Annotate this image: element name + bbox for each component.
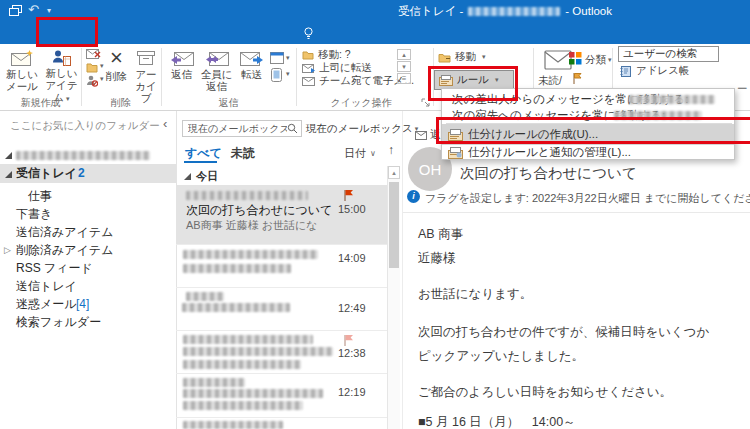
mail-search-input[interactable]: 現在のメールボックスの検索	[182, 120, 302, 137]
chevron-down-icon: ▾	[482, 53, 486, 61]
message-body-line: 近藤様	[418, 250, 456, 267]
ribbon-tab-bar: ファイル ホーム 送受信 フォルダー 表示 ヘルプ 何をしますか	[0, 22, 750, 44]
quick-steps-overflow[interactable]: ≡	[397, 73, 411, 84]
search-people-input[interactable]: ユーザーの検索	[618, 46, 719, 62]
quick-access-caret-icon[interactable]: ▾	[47, 6, 51, 15]
mail-time: 15:00	[338, 203, 366, 215]
redacted-sender	[183, 250, 318, 259]
readingpane-splitter[interactable]	[402, 111, 403, 429]
redacted-preview	[183, 360, 301, 369]
scrollbar-up-button[interactable]: ▴	[388, 166, 400, 179]
rules-dropdown-menu: 次の差出人からのメッセージを常に移動する: 次の宛先へのメッセージを常に移動する…	[441, 88, 735, 160]
im-caret-icon[interactable]: ▾	[286, 70, 290, 78]
meeting-caret-icon[interactable]: ▾	[286, 54, 290, 62]
sidebar-item-junk[interactable]: 迷惑メール [4]	[0, 295, 176, 313]
window-title: 受信トレイ - - Outlook	[398, 0, 612, 22]
mail-item-selected[interactable]: 次回の打ち合わせについて 15:00 AB商事 近藤様 お世話にな	[176, 185, 387, 244]
delete-x-icon: ×	[110, 48, 123, 68]
mail-item[interactable]: 14:09	[176, 245, 387, 287]
mailbox-scope-dropdown[interactable]: 現在のメールボックス ▾	[306, 120, 405, 137]
categorize-icon	[569, 52, 582, 65]
message-body-line: ご都合のよろしい日時をお知らせください。	[418, 384, 672, 401]
quick-steps-scroll-up[interactable]: ▴	[397, 49, 411, 60]
rules-icon	[439, 75, 453, 86]
chevron-down-icon: ∨	[370, 149, 376, 158]
redacted-sender	[186, 292, 224, 301]
mail-time: 12:19	[338, 386, 366, 398]
message-body-line: ■5 月 16 日（月） 14:00～	[418, 414, 576, 429]
expand-closed-icon[interactable]: ▷	[4, 241, 11, 259]
menu-item-manage-rules[interactable]: 仕分けルールと通知の管理(L)...	[442, 145, 734, 161]
junk-icon[interactable]	[86, 75, 98, 87]
message-body-line: お世話になります。	[418, 286, 532, 303]
quick-steps-dialog-launcher-icon[interactable]	[421, 98, 430, 107]
quick-step-forward-boss[interactable]: 上司に転送	[302, 62, 372, 74]
expand-open-icon[interactable]	[5, 152, 12, 159]
message-body-line: 次回の打ち合わせの件ですが、候補日時をいくつか	[418, 324, 709, 341]
chevron-down-icon: ▾	[495, 76, 499, 84]
menu-item-always-move-to[interactable]: 次の宛先へのメッセージを常に移動する:	[442, 108, 734, 124]
unread-read-icon[interactable]	[544, 48, 572, 70]
mail-item[interactable]: 12:49	[176, 288, 387, 330]
sidebar-item-search-folders[interactable]: 検索フォルダー	[0, 313, 176, 331]
rules-button[interactable]: ルール ▾	[434, 70, 514, 90]
favorites-hint: ここにお気に入りのフォルダーをドラッグし	[10, 119, 160, 133]
follow-up-flag-icon[interactable]	[572, 72, 582, 85]
create-rule-icon	[448, 129, 463, 141]
redacted-recipient-address	[614, 111, 702, 120]
redacted-sender	[183, 378, 245, 387]
flag-icon[interactable]	[343, 334, 354, 347]
sidebar-account-row[interactable]	[0, 146, 176, 164]
sort-by-dropdown[interactable]: 日付 ∨	[344, 146, 376, 161]
filter-tab-unread[interactable]: 未読	[231, 145, 255, 162]
unread-read-label: 未読/	[538, 74, 562, 88]
group-label-new: 新規作成	[0, 96, 81, 110]
ignore-icon[interactable]	[86, 49, 101, 60]
expand-open-icon	[184, 173, 191, 180]
menu-item-create-rule[interactable]: 仕分けルールの作成(U)...	[442, 124, 734, 145]
reply-small-icon	[413, 130, 427, 140]
mail-item[interactable]: 12:38	[176, 331, 387, 373]
categorize-button[interactable]: 分類 ▾	[585, 53, 612, 67]
mail-group-today[interactable]: 今日	[184, 169, 218, 184]
reply-action-fragment[interactable]: 返	[413, 127, 441, 142]
sidebar-item-deleted[interactable]: ▷ 削除済みアイテム	[0, 241, 176, 259]
address-book-button[interactable]: アドレス帳	[620, 64, 689, 78]
move-button[interactable]: 移動 ▾	[438, 50, 486, 64]
sidebar-item-work[interactable]: 仕事	[0, 187, 176, 205]
expand-open-icon[interactable]	[5, 171, 12, 178]
maillist-scrollbar[interactable]: ▴	[387, 166, 400, 429]
unread-count-badge: 2	[78, 164, 85, 183]
search-icon[interactable]	[287, 123, 298, 134]
mail-time: 14:09	[338, 252, 366, 264]
new-mail-icon	[11, 48, 34, 68]
menu-item-always-move-from[interactable]: 次の差出人からのメッセージを常に移動する:	[442, 92, 734, 108]
title-bar: ↶ ▾ 受信トレイ - - Outlook	[0, 0, 750, 22]
filter-tab-all[interactable]: すべて	[185, 145, 222, 162]
address-book-icon	[620, 66, 632, 77]
flag-icon[interactable]	[343, 189, 354, 202]
filter-email-label-fragment: ー	[737, 82, 748, 96]
meeting-icon[interactable]	[270, 52, 284, 64]
cleanup-icon[interactable]	[86, 62, 98, 73]
quick-step-move[interactable]: 移動: ?	[302, 49, 351, 61]
archive-icon	[137, 48, 155, 68]
redacted-subject	[183, 264, 291, 273]
sidebar-item-sent[interactable]: 送信済みアイテム	[0, 223, 176, 241]
sidebar-item-drafts[interactable]: 下書き	[0, 205, 176, 223]
redacted-account-name	[468, 7, 560, 16]
quick-access-sendreceive-icon[interactable]	[9, 5, 22, 17]
undo-icon[interactable]: ↶	[28, 2, 39, 17]
redacted-account	[16, 151, 150, 160]
im-icon[interactable]	[271, 68, 282, 82]
mail-item[interactable]: 12:19	[176, 374, 387, 417]
quick-steps-scroll-down[interactable]: ▾	[397, 61, 411, 72]
sidebar-item-rss[interactable]: RSS フィード	[0, 259, 176, 277]
sidebar-item-outbox[interactable]: 送信トレイ	[0, 277, 176, 295]
sidebar-item-inbox[interactable]: 受信トレイ 2	[0, 164, 176, 183]
redacted-subject	[183, 347, 333, 356]
scrollbar-thumb[interactable]	[389, 182, 399, 268]
redacted-subject	[183, 389, 323, 398]
collapse-folderpane-icon[interactable]: ‹	[163, 116, 167, 131]
sort-direction-icon[interactable]: ↑	[388, 143, 394, 157]
